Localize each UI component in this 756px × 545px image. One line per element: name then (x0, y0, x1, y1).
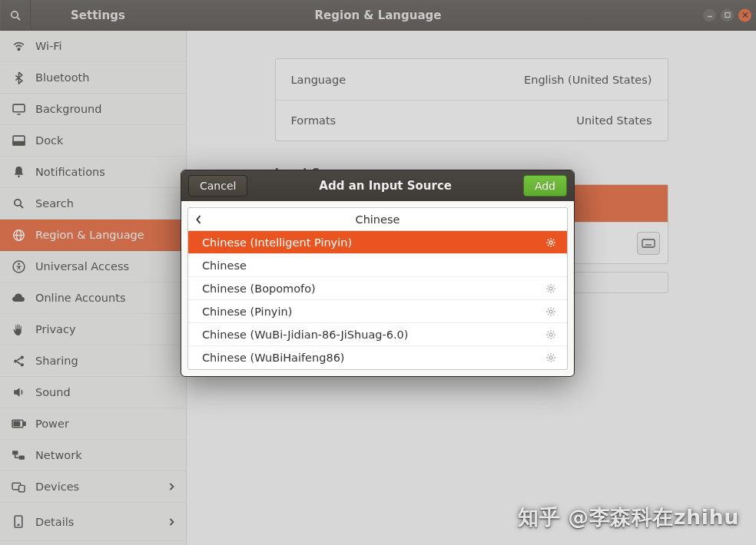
list-item-label: Chinese (Intelligent Pinyin) (202, 236, 352, 249)
list-item-label: Chinese (202, 259, 247, 272)
list-item-label: Chinese (Bopomofo) (202, 282, 316, 295)
svg-line-47 (553, 239, 554, 239)
svg-line-56 (553, 285, 554, 286)
svg-point-40 (549, 241, 552, 244)
add-button[interactable]: Add (523, 175, 567, 197)
list-item[interactable]: Chinese (188, 254, 567, 277)
svg-line-73 (553, 336, 554, 337)
list-item[interactable]: Chinese (WuBi-Jidian-86-JiShuag-6.0) (188, 323, 567, 346)
svg-line-74 (553, 331, 554, 332)
list-item[interactable]: Chinese (Intelligent Pinyin) (188, 231, 567, 254)
list-item[interactable]: Chinese (Pinyin) (188, 300, 567, 323)
list-item[interactable]: Chinese (WuBiHaifeng86) (188, 346, 567, 369)
list-item[interactable]: Chinese (Bopomofo) (188, 277, 567, 300)
svg-line-75 (548, 336, 549, 337)
svg-line-48 (548, 244, 549, 245)
input-source-picker: Chinese Chinese (Intelligent Pinyin) Chi… (187, 207, 568, 370)
dialog-body: Chinese Chinese (Intelligent Pinyin) Chi… (181, 201, 574, 376)
back-button[interactable] (194, 214, 203, 225)
list-item-label: Chinese (WuBiHaifeng86) (202, 352, 345, 364)
gear-icon (545, 329, 556, 340)
svg-point-67 (549, 333, 552, 336)
dialog-title: Add an Input Source (319, 179, 452, 193)
svg-line-46 (553, 244, 554, 245)
breadcrumb-label: Chinese (194, 213, 561, 226)
cancel-button[interactable]: Cancel (188, 175, 247, 197)
gear-icon (545, 352, 556, 363)
svg-line-66 (548, 313, 549, 314)
svg-line-64 (553, 313, 554, 314)
svg-line-83 (553, 355, 554, 355)
svg-line-57 (548, 290, 549, 291)
svg-line-55 (553, 290, 554, 291)
list-item-label: Chinese (Pinyin) (202, 306, 292, 318)
svg-line-65 (553, 308, 554, 309)
chevron-left-icon (194, 214, 203, 225)
svg-line-63 (548, 308, 549, 309)
svg-point-49 (549, 287, 552, 290)
svg-line-54 (548, 285, 549, 286)
gear-icon (545, 283, 556, 294)
list-item-label: Chinese (WuBi-Jidian-86-JiShuag-6.0) (202, 329, 408, 341)
dialog-header: Cancel Add an Input Source Add (181, 170, 574, 201)
svg-line-45 (548, 239, 549, 239)
picker-breadcrumb: Chinese (188, 208, 567, 231)
svg-line-72 (548, 331, 549, 332)
svg-point-76 (549, 356, 552, 359)
add-input-source-dialog: Cancel Add an Input Source Add Chinese C… (181, 170, 575, 377)
svg-line-84 (548, 360, 549, 361)
svg-line-81 (548, 355, 549, 355)
gear-icon (545, 306, 556, 317)
svg-line-82 (553, 360, 554, 361)
svg-point-58 (549, 310, 552, 313)
gear-icon (545, 237, 556, 248)
